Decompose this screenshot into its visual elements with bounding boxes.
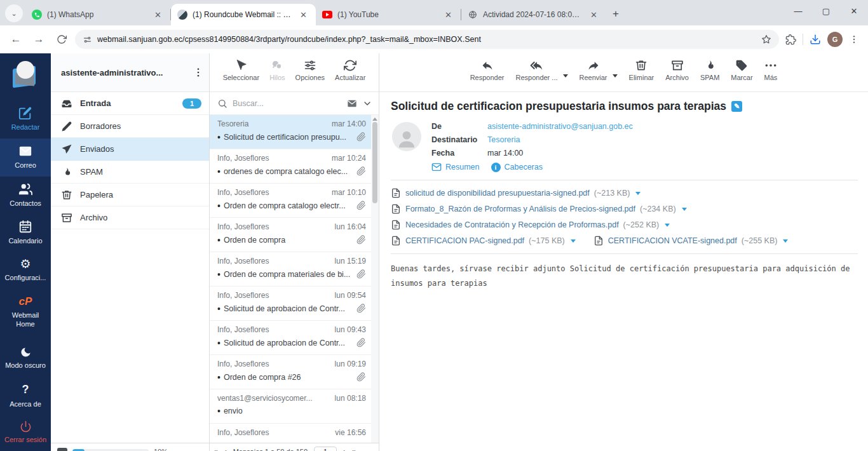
next-page-button[interactable]: ›	[343, 447, 346, 451]
message-row[interactable]: Info, Josefloreslun 16:04 •Orden de comp…	[210, 218, 371, 252]
unread-dot[interactable]: •	[217, 237, 220, 243]
tab-close-icon[interactable]: ✕	[152, 9, 164, 21]
spam-button[interactable]: SPAM	[700, 59, 719, 81]
to-address-link[interactable]: Tesoreria	[487, 135, 520, 144]
site-settings-icon[interactable]	[83, 35, 92, 44]
attachment-item[interactable]: CERTIFICACION PAC-signed.pdf (~175 KB)	[391, 236, 576, 246]
folder-enviados[interactable]: Enviados	[51, 138, 209, 161]
tab-search-button[interactable]: ⌄	[5, 4, 23, 22]
window-close-button[interactable]: ✕	[840, 6, 868, 16]
unread-dot[interactable]: •	[217, 408, 220, 414]
unread-dot[interactable]: •	[217, 134, 220, 140]
from-address-link[interactable]: asistente-administrativo@sanjuan.gob.ec	[487, 122, 633, 131]
attachment-name[interactable]: CERTIFICACION VCATE-signed.pdf	[608, 236, 737, 245]
unread-dot[interactable]: •	[217, 168, 220, 175]
reload-button[interactable]	[52, 30, 71, 49]
refresh-button[interactable]: Actualizar	[335, 59, 365, 81]
url-bar[interactable]: webmail.sanjuan.gob.ec/cpsess8149950884/…	[75, 30, 779, 49]
folder-options-kebab-icon[interactable]	[193, 67, 204, 78]
chrome-menu-icon[interactable]	[849, 34, 859, 44]
unread-dot[interactable]: •	[217, 271, 220, 278]
reply-all-button[interactable]: Responder ...	[515, 59, 557, 81]
summary-link[interactable]: Resumen	[431, 162, 480, 172]
headers-link[interactable]: i Cabeceras	[491, 163, 543, 172]
attachment-item[interactable]: Formato_8_Razón de Proformas y Análisis …	[391, 204, 687, 214]
attachment-menu-icon[interactable]	[783, 239, 788, 243]
message-row[interactable]: Info, Josefloreslun 15:19 •Orden de comp…	[210, 252, 371, 286]
unread-dot[interactable]: •	[217, 306, 220, 312]
sidebar-item-modo-oscuro[interactable]: Modo oscuro	[0, 340, 51, 377]
unread-dot[interactable]: •	[217, 374, 220, 380]
attachment-name[interactable]: solicitud de disponibilidad presupuestar…	[405, 189, 590, 198]
options-button[interactable]: Opciones	[295, 59, 325, 81]
attachment-item[interactable]: Necesidades de Contratación y Recepción …	[391, 220, 670, 230]
forward-button[interactable]: Reenviar	[580, 59, 607, 81]
folder-archivo[interactable]: Archivo	[51, 206, 209, 229]
tab-roundcube[interactable]: (1) Roundcube Webmail :: Envia ✕	[171, 4, 316, 25]
profile-avatar[interactable]: G	[827, 32, 843, 47]
mark-button[interactable]: Marcar	[731, 59, 752, 81]
attachment-menu-icon[interactable]	[665, 224, 670, 227]
sidebar-item-webmail-home[interactable]: cP Webmail Home	[0, 289, 51, 335]
scrollbar-thumb[interactable]	[372, 122, 377, 203]
sidebar-item-cerrar-sesion[interactable]: Cerrar sesión	[0, 415, 51, 451]
first-page-button[interactable]: «	[214, 447, 218, 451]
message-list-scrollbar[interactable]	[371, 115, 379, 443]
folder-papelera[interactable]: Papelera	[51, 184, 209, 206]
more-button[interactable]: Más	[764, 59, 778, 81]
tab-close-icon[interactable]: ✕	[588, 9, 600, 21]
tab-whatsapp[interactable]: (1) WhatsApp ✕	[25, 4, 170, 25]
message-row[interactable]: Info, Josefloresmar 10:24 •ordenes de co…	[210, 149, 371, 184]
sidebar-item-calendario[interactable]: Calendario	[0, 214, 51, 252]
sidebar-item-acerca-de[interactable]: ? Acerca de	[0, 377, 51, 415]
message-row[interactable]: Tesoreriamar 14:00 •Solicitud de certifi…	[210, 115, 371, 149]
reply-all-dropdown-icon[interactable]	[563, 74, 568, 77]
message-row[interactable]: Info, Josefloresmar 10:10 •Orden de comp…	[210, 184, 371, 218]
message-row[interactable]: Info, Josefloreslun 09:19 •Orden de comp…	[210, 355, 371, 389]
prev-page-button[interactable]: ‹	[224, 447, 227, 451]
search-options-chevron-icon[interactable]	[362, 98, 372, 109]
message-row[interactable]: ventas1@serviciosycomer...lun 08:18 •env…	[210, 389, 371, 424]
message-row[interactable]: Info, Josefloreslun 09:54 •Solicitud de …	[210, 286, 371, 321]
sidebar-item-redactar[interactable]: Redactar	[0, 100, 51, 138]
select-button[interactable]: Seleccionar	[223, 59, 259, 81]
reply-button[interactable]: Responder	[470, 59, 505, 81]
threads-button[interactable]: Hilos	[269, 59, 285, 81]
sidebar-item-contactos[interactable]: Contactos	[0, 177, 51, 215]
attachment-menu-icon[interactable]	[635, 192, 641, 195]
tab-close-icon[interactable]: ✕	[297, 9, 309, 21]
back-button[interactable]: ←	[6, 30, 25, 49]
unread-dot[interactable]: •	[217, 203, 220, 209]
attachment-menu-icon[interactable]	[571, 239, 576, 243]
forward-dropdown-icon[interactable]	[613, 74, 618, 77]
search-scope-mail-icon[interactable]	[347, 98, 357, 109]
sidebar-item-correo[interactable]: Correo	[0, 138, 51, 177]
sidebar-item-configuracion[interactable]: ⚙ Configuraci...	[0, 252, 51, 289]
edit-subject-icon[interactable]: ✎	[731, 101, 742, 112]
last-page-button[interactable]: »	[352, 447, 356, 451]
folder-borradores[interactable]: Borradores	[51, 115, 209, 138]
search-input[interactable]	[233, 99, 342, 108]
attachment-menu-icon[interactable]	[682, 208, 687, 211]
tab-actividad[interactable]: Actividad 2024-07-16 08:00:00 ✕	[461, 4, 606, 25]
folder-entrada[interactable]: Entrada 1	[51, 92, 209, 115]
archive-button[interactable]: Archivo	[665, 59, 689, 81]
window-minimize-button[interactable]: —	[784, 6, 812, 16]
message-row[interactable]: Info, Josefloreslun 09:43 •Solicitud de …	[210, 321, 371, 355]
extensions-icon[interactable]	[785, 34, 796, 45]
attachment-name[interactable]: CERTIFICACION PAC-signed.pdf	[405, 236, 524, 245]
folder-spam[interactable]: SPAM	[51, 161, 209, 184]
forward-button[interactable]: →	[29, 30, 48, 49]
attachment-item[interactable]: CERTIFICACION VCATE-signed.pdf (~255 KB)	[593, 236, 789, 246]
page-number-input[interactable]: 1	[314, 447, 337, 451]
delete-button[interactable]: Eliminar	[629, 59, 654, 81]
attachment-name[interactable]: Necesidades de Contratación y Recepción …	[405, 220, 619, 229]
attachment-name[interactable]: Formato_8_Razón de Proformas y Análisis …	[405, 205, 635, 213]
window-maximize-button[interactable]: ▢	[812, 6, 840, 16]
tab-youtube[interactable]: (1) YouTube ✕	[316, 4, 461, 25]
downloads-icon[interactable]	[810, 34, 821, 45]
tab-close-icon[interactable]: ✕	[442, 9, 454, 21]
scroll-up-icon[interactable]	[372, 118, 377, 121]
bookmark-star-icon[interactable]	[761, 34, 771, 44]
new-tab-button[interactable]: +	[606, 8, 627, 25]
